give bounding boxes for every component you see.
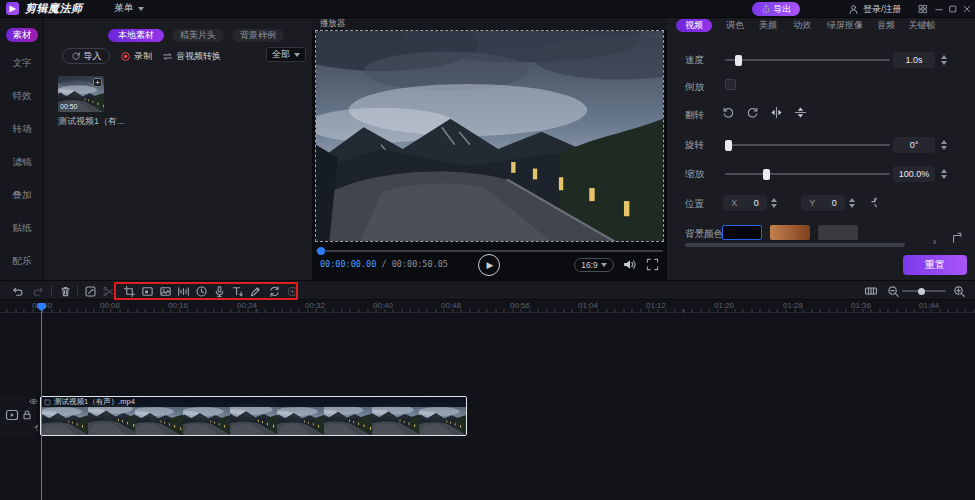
fit-timeline-button[interactable] bbox=[864, 284, 878, 298]
zoom-out-button[interactable] bbox=[886, 284, 900, 298]
tab-bg-samples[interactable]: 背景样例 bbox=[232, 29, 284, 42]
reverse-checkbox[interactable] bbox=[725, 79, 736, 90]
import-button[interactable]: 导入 bbox=[62, 48, 110, 64]
sidebar-item-sticker[interactable]: 贴纸 bbox=[0, 222, 44, 235]
volume-button[interactable] bbox=[622, 257, 637, 272]
position-x-input[interactable]: X 0 bbox=[723, 195, 767, 211]
speaker-icon bbox=[622, 257, 637, 272]
speed-stepper[interactable] bbox=[939, 52, 948, 68]
tab-motion[interactable]: 动效 bbox=[789, 19, 815, 32]
sidebar-item-music[interactable]: 配乐 bbox=[0, 255, 44, 268]
play-button[interactable]: ▶ bbox=[478, 254, 500, 276]
export-label: 导出 bbox=[774, 3, 792, 16]
redo-button[interactable] bbox=[31, 284, 45, 298]
total-time: 00:00:50.05 bbox=[392, 259, 448, 269]
rotate-slider[interactable] bbox=[725, 144, 890, 146]
x-value: 0 bbox=[754, 198, 759, 208]
properties-hscrollbar[interactable] bbox=[685, 243, 905, 247]
media-library-panel: 本地素材 精美片头 背景样例 导入 录制 音视频转换 全部 00:50 + 测试… bbox=[44, 18, 312, 280]
tab-keyframe[interactable]: 关键帧 bbox=[905, 19, 939, 32]
tab-local-media[interactable]: 本地素材 bbox=[108, 29, 164, 42]
flip-horizontal-button[interactable] bbox=[768, 104, 784, 120]
bg-color-swatch-black-selected[interactable] bbox=[722, 225, 762, 240]
media-item-name[interactable]: 测试视频1（有... bbox=[58, 115, 125, 128]
timeline: 00:00 00:08 00:16 00:24 00:32 00:40 00:4… bbox=[0, 300, 975, 500]
speed-slider-thumb[interactable] bbox=[735, 55, 742, 66]
reset-button[interactable]: 重置 bbox=[903, 255, 967, 275]
position-label: 位置 bbox=[685, 198, 704, 211]
seek-bar[interactable] bbox=[316, 250, 663, 252]
flip-label: 翻转 bbox=[685, 109, 704, 122]
apps-grid-icon[interactable] bbox=[916, 2, 930, 16]
position-y-input[interactable]: Y 0 bbox=[801, 195, 845, 211]
add-to-timeline-button[interactable]: + bbox=[93, 78, 102, 87]
aspect-ratio-dropdown[interactable]: 16:9 bbox=[574, 258, 614, 272]
annotation-red-highlight-box bbox=[114, 282, 298, 300]
track-lock-icon[interactable] bbox=[21, 409, 33, 421]
rotate-value[interactable]: 0° bbox=[893, 137, 935, 153]
speed-value[interactable]: 1.0s bbox=[893, 52, 935, 68]
toolbar-separator bbox=[77, 286, 78, 296]
speed-slider[interactable] bbox=[725, 59, 890, 61]
tab-intro-presets[interactable]: 精美片头 bbox=[172, 29, 224, 42]
tab-color[interactable]: 调色 bbox=[722, 19, 748, 32]
av-convert-button[interactable]: 音视频转换 bbox=[162, 50, 221, 63]
tab-beauty[interactable]: 美颜 bbox=[755, 19, 781, 32]
sidebar-item-effects[interactable]: 特效 bbox=[0, 90, 44, 103]
bg-color-swatch-gray[interactable] bbox=[818, 225, 858, 240]
zoom-in-button[interactable] bbox=[952, 284, 966, 298]
position-y-stepper[interactable] bbox=[847, 195, 856, 211]
rotate-slider-thumb[interactable] bbox=[725, 140, 732, 151]
scale-slider-thumb[interactable] bbox=[763, 169, 770, 180]
tab-video[interactable]: 视频 bbox=[676, 19, 712, 32]
position-x-stepper[interactable] bbox=[769, 195, 778, 211]
scale-stepper[interactable] bbox=[939, 166, 948, 182]
delete-button[interactable] bbox=[58, 284, 72, 298]
scale-value[interactable]: 100.0% bbox=[893, 166, 935, 182]
rotate-stepper[interactable] bbox=[939, 137, 948, 153]
close-button[interactable] bbox=[960, 2, 974, 16]
seek-handle[interactable] bbox=[317, 247, 325, 255]
sidebar-item-overlay[interactable]: 叠加 bbox=[0, 189, 44, 202]
filter-all-dropdown[interactable]: 全部 bbox=[266, 47, 306, 62]
speed-label: 速度 bbox=[685, 54, 704, 67]
flip-vertical-button[interactable] bbox=[792, 104, 808, 120]
filmstrip-icon bbox=[864, 284, 878, 298]
media-item-thumbnail[interactable]: 00:50 + bbox=[58, 76, 104, 112]
track-loop-icon[interactable] bbox=[29, 424, 38, 433]
ruler-ticks bbox=[0, 309, 975, 313]
menu-label: 菜单 bbox=[115, 2, 134, 15]
tab-chromakey[interactable]: 绿屏抠像 bbox=[823, 19, 867, 32]
timeline-video-clip[interactable]: 测试视频1（有声）.mp4 bbox=[40, 396, 467, 436]
video-preview[interactable] bbox=[316, 31, 663, 241]
flip-horizontal-icon bbox=[770, 106, 783, 119]
rotate-cw-button[interactable] bbox=[744, 104, 760, 120]
scroll-more-arrow[interactable]: › bbox=[933, 236, 936, 247]
sidebar-item-text[interactable]: 文字 bbox=[0, 57, 44, 70]
edit-button[interactable] bbox=[83, 284, 97, 298]
sidebar-item-media[interactable]: 素材 bbox=[6, 28, 38, 42]
playhead-line[interactable] bbox=[41, 303, 42, 500]
expand-corner-icon[interactable] bbox=[951, 232, 963, 244]
split-button[interactable] bbox=[101, 284, 115, 298]
record-button[interactable]: 录制 bbox=[120, 50, 152, 63]
timeline-zoom-slider[interactable] bbox=[902, 290, 946, 292]
menu-button[interactable]: 菜单 bbox=[109, 0, 150, 17]
sidebar-item-filter[interactable]: 滤镜 bbox=[0, 156, 44, 169]
timeline-zoom-handle[interactable] bbox=[918, 288, 925, 295]
tab-audio[interactable]: 音频 bbox=[873, 19, 899, 32]
sidebar-item-transition[interactable]: 转场 bbox=[0, 123, 44, 136]
minimize-button[interactable] bbox=[932, 2, 946, 16]
zoom-out-icon bbox=[887, 285, 900, 298]
fullscreen-button[interactable] bbox=[646, 258, 659, 271]
timeline-ruler[interactable]: 00:00 00:08 00:16 00:24 00:32 00:40 00:4… bbox=[0, 300, 975, 313]
maximize-button[interactable] bbox=[946, 2, 960, 16]
track-visibility-eye-icon[interactable] bbox=[29, 397, 38, 406]
undo-button[interactable] bbox=[10, 284, 24, 298]
position-reset-button[interactable] bbox=[863, 196, 877, 210]
login-register[interactable]: 登录/注册 bbox=[848, 3, 902, 16]
export-button[interactable]: 导出 bbox=[752, 2, 800, 16]
bg-color-swatch-orange[interactable] bbox=[770, 225, 810, 240]
scale-slider[interactable] bbox=[725, 173, 890, 175]
rotate-ccw-button[interactable] bbox=[720, 104, 736, 120]
